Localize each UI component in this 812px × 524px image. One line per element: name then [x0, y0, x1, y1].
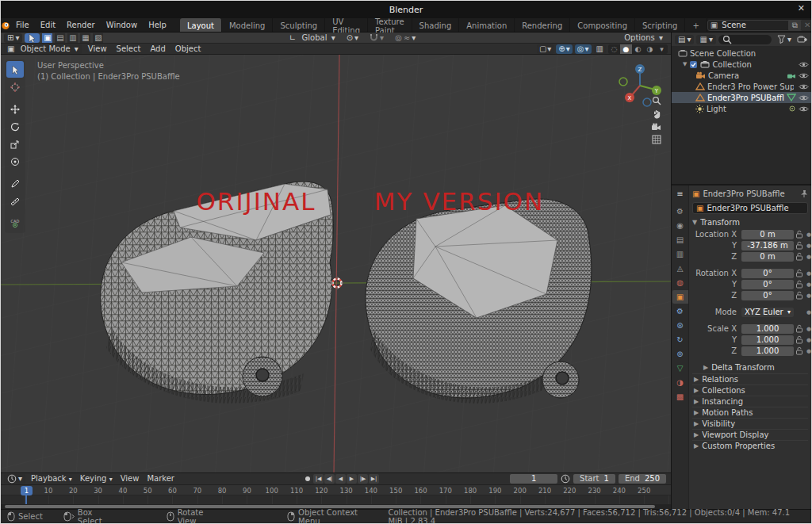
animate-dot-icon[interactable]: ●	[805, 309, 811, 316]
current-frame-field[interactable]: 1	[510, 474, 557, 484]
options-dropdown[interactable]: Options ▾	[621, 33, 666, 43]
playhead-line[interactable]	[25, 495, 27, 504]
lock-icon[interactable]	[794, 252, 805, 261]
outliner-object-row[interactable]: Ender3Pro PSUBaffle	[672, 92, 811, 103]
value-slider[interactable]: 1.000	[741, 335, 794, 345]
pan-hand-icon[interactable]	[652, 109, 661, 119]
animate-dot-icon[interactable]: ●	[805, 270, 811, 277]
lock-icon[interactable]	[794, 230, 805, 239]
xray-toggle[interactable]: ▥	[594, 44, 606, 54]
shading-material-button[interactable]: ◐	[632, 44, 644, 54]
lock-icon[interactable]	[794, 335, 805, 344]
properties-tab[interactable]: ↻	[672, 333, 688, 346]
properties-tab[interactable]: ⚙	[672, 205, 688, 218]
record-button[interactable]	[302, 474, 312, 484]
playhead-badge[interactable]: 1	[21, 486, 33, 495]
menu-item[interactable]: Help	[143, 21, 172, 29]
transform-section-header[interactable]: ▼ Transform	[692, 216, 808, 228]
lock-icon[interactable]	[794, 291, 805, 300]
timeline-editor-type-button[interactable]: ▾	[4, 474, 25, 484]
outliner-object-row[interactable]: Ender3 Pro Power Supply Meanwell Baff	[672, 81, 811, 92]
lock-icon[interactable]	[794, 280, 805, 289]
tool-button[interactable]	[6, 175, 24, 192]
start-frame-field[interactable]: Start1	[573, 474, 615, 484]
shading-dropdown[interactable]: ▾	[656, 44, 668, 54]
properties-tab[interactable]: ▽	[672, 361, 688, 375]
viewport-menu-item[interactable]: Object	[170, 44, 206, 53]
menu-item[interactable]: Window	[101, 21, 143, 29]
tool-button[interactable]	[6, 101, 24, 117]
gizmos-toggle[interactable]: ⊕▾	[556, 44, 572, 54]
workspace-tab[interactable]: Layout	[180, 18, 222, 32]
outliner-object-row[interactable]: Light	[672, 103, 811, 114]
collapsed-section-header[interactable]: ▶ Visibility	[692, 418, 808, 429]
tool-button[interactable]	[6, 78, 24, 95]
scene-unlink-button[interactable]: ✕	[801, 20, 812, 31]
workspace-tab[interactable]: Texture Paint	[368, 18, 412, 32]
workspace-tab[interactable]: +	[685, 18, 707, 32]
eye-icon[interactable]	[799, 83, 809, 90]
value-slider[interactable]: 0°	[741, 280, 794, 289]
animate-dot-icon[interactable]: ●	[805, 337, 811, 343]
shading-solid-button[interactable]: ●	[620, 44, 632, 54]
menu-item[interactable]: Render	[61, 21, 101, 29]
filter-dropdown[interactable]: ▾	[774, 35, 795, 44]
timeline-menu-item[interactable]: Keying ▾	[76, 474, 117, 483]
camera-view-icon[interactable]	[651, 123, 661, 131]
rotation-mode-dropdown[interactable]: XYZ Euler▾	[741, 308, 794, 317]
timeline-menu-item[interactable]: View	[117, 474, 144, 483]
workspace-tab[interactable]: Sculpting	[273, 18, 325, 32]
animate-dot-icon[interactable]: ●	[805, 348, 811, 354]
lock-icon[interactable]	[794, 346, 805, 355]
menu-item[interactable]: Edit	[35, 21, 61, 29]
viewport-menu-item[interactable]: View	[83, 44, 112, 53]
pivot-dropdown[interactable]: ⊙▾	[343, 33, 362, 43]
transport-button[interactable]: ◀	[335, 474, 346, 484]
workspace-tab[interactable]: UV Editing	[325, 18, 368, 32]
tool-button[interactable]	[6, 118, 24, 135]
properties-tab[interactable]: ◍	[672, 276, 688, 289]
value-slider[interactable]: 0°	[741, 291, 794, 300]
transport-button[interactable]: ▶|	[369, 474, 379, 484]
animate-dot-icon[interactable]: ●	[805, 231, 811, 238]
properties-tab[interactable]: ⊛	[672, 319, 688, 332]
workspace-tab[interactable]: Animation	[459, 18, 515, 32]
value-slider[interactable]: 0 m	[741, 230, 794, 239]
workspace-tab[interactable]: Rendering	[515, 18, 570, 32]
tool-button[interactable]	[6, 136, 24, 152]
menu-item[interactable]: File	[10, 21, 35, 29]
expand-triangle-icon[interactable]: ▼	[683, 61, 687, 67]
gizmo-y-neg[interactable]	[619, 78, 627, 86]
snap-toggle[interactable]: ▾	[366, 33, 387, 43]
collapsed-section-header[interactable]: ▶ Viewport Display	[692, 429, 808, 440]
tool-button[interactable]	[6, 193, 24, 209]
properties-tab[interactable]: ▩	[672, 390, 688, 404]
animate-dot-icon[interactable]: ●	[805, 293, 811, 299]
scene-selector[interactable]: ▣ Scene ⧉ ✕	[707, 20, 812, 31]
eye-icon[interactable]	[799, 72, 809, 79]
properties-tab[interactable]: ◑	[672, 376, 688, 389]
collapsed-section-header[interactable]: ▶ Custom Properties	[692, 440, 808, 451]
animate-dot-icon[interactable]: ●	[805, 281, 811, 288]
scene-copy-button[interactable]: ⧉	[788, 20, 801, 31]
new-collection-icon[interactable]	[797, 35, 808, 44]
value-slider[interactable]: 0 m	[741, 252, 794, 262]
shading-wireframe-button[interactable]: ◌	[608, 44, 620, 54]
editor-type-button[interactable]: ⊞▾	[4, 33, 22, 43]
end-frame-field[interactable]: End250	[619, 474, 666, 484]
properties-tab[interactable]: ▤	[672, 233, 688, 247]
workspace-tab[interactable]: Compositing	[570, 18, 635, 32]
shading-rendered-button[interactable]: ◑	[644, 44, 656, 54]
breadcrumb-object-name[interactable]: Ender3Pro PSUBaffle	[703, 189, 784, 198]
properties-tab[interactable]: ◉	[672, 219, 688, 232]
timeline-menu-item[interactable]: Playback ▾	[27, 474, 76, 483]
select-mode-new[interactable]: ▣	[42, 33, 52, 43]
auto-keying-clock-icon[interactable]	[561, 474, 570, 484]
eye-icon[interactable]	[799, 94, 809, 101]
active-tool-button[interactable]	[25, 33, 40, 43]
animate-dot-icon[interactable]: ●	[805, 326, 811, 332]
overlays-toggle[interactable]: ◎▾	[575, 44, 592, 54]
properties-tab[interactable]: ⚙	[672, 304, 688, 318]
orientation-dropdown[interactable]: ∟ Global ▾	[286, 33, 339, 43]
transport-button[interactable]: |◀	[313, 474, 324, 484]
